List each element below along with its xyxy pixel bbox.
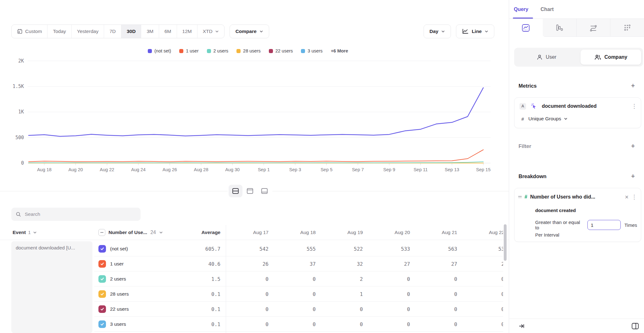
close-icon[interactable]: × — [625, 194, 629, 200]
split-view-icon[interactable] — [631, 323, 639, 330]
collapse-panel-icon[interactable] — [519, 323, 525, 329]
legend-item[interactable]: (not set) — [148, 48, 171, 53]
range-option-label: Custom — [25, 29, 42, 34]
flow-chart-type-button[interactable] — [576, 19, 610, 37]
compare-button[interactable]: Compare — [230, 25, 269, 38]
range-option-30d[interactable]: 30D — [121, 25, 141, 38]
filter-heading: Filter — [519, 143, 531, 149]
event-column-header[interactable]: Event 1 — [13, 225, 37, 240]
range-option-xtd[interactable]: XTD — [197, 25, 224, 38]
measure-dropdown[interactable]: Unique Groups — [528, 116, 567, 122]
chart-toolbar: CustomTodayYesterday7D30D3M6M12MXTD Comp… — [0, 25, 509, 38]
event-count: 1 — [28, 230, 31, 235]
value-cell: 0 — [320, 302, 367, 317]
bar-chart-type-button[interactable] — [543, 19, 576, 37]
drag-handle-icon[interactable] — [518, 196, 522, 198]
vertical-scrollbar[interactable] — [504, 224, 507, 261]
calendar-icon — [17, 29, 23, 34]
search-input[interactable] — [25, 211, 136, 217]
range-option-custom[interactable]: Custom — [12, 25, 47, 38]
select-all-checkbox[interactable] — [98, 229, 105, 236]
add-breakdown-button[interactable]: + — [629, 172, 637, 180]
add-filter-button[interactable]: + — [629, 142, 637, 150]
times-unit-label: Times — [625, 222, 637, 228]
range-option-label: 3M — [147, 29, 153, 34]
check-icon — [100, 307, 104, 311]
add-metric-button[interactable]: + — [629, 82, 637, 90]
per-interval-label[interactable]: Per Interval — [535, 232, 559, 237]
value-cell: 27 — [367, 256, 414, 271]
svg-text:Sep 3: Sep 3 — [289, 167, 301, 172]
value-cell: 26 — [226, 256, 273, 271]
table-row[interactable]: 1 user40.626373227272 — [0, 256, 509, 271]
series-checkbox[interactable] — [98, 275, 106, 283]
check-icon — [100, 322, 104, 326]
value-cell: 0 — [273, 317, 320, 332]
series-checkbox[interactable] — [98, 320, 106, 328]
legend-label: (not set) — [154, 48, 171, 53]
table-bottom-view-button[interactable] — [258, 185, 271, 197]
company-toggle-option[interactable]: Company — [580, 50, 641, 65]
legend-swatch — [301, 49, 305, 53]
chevron-down-icon — [159, 231, 163, 234]
search-box — [11, 208, 141, 221]
value-cell: 1 — [320, 287, 367, 302]
chevron-down-icon — [259, 30, 263, 33]
split-view-button[interactable] — [229, 185, 242, 197]
range-option-3m[interactable]: 3M — [141, 25, 159, 38]
table-row[interactable]: 2 users1.5002000 — [0, 271, 509, 287]
tab-query[interactable]: Query — [514, 0, 528, 19]
range-option-today[interactable]: Today — [47, 25, 71, 38]
line-chart-type-button[interactable] — [509, 19, 543, 37]
value-cell: 0 — [320, 317, 367, 332]
value-cell: 0 — [273, 302, 320, 317]
tab-chart[interactable]: Chart — [541, 0, 554, 19]
table-row[interactable]: 28 users0.1001000 — [0, 287, 509, 302]
legend-label: 1 user — [186, 48, 198, 53]
query-panel: Query Chart User Company Metrics + A — [509, 0, 644, 333]
interval-dropdown[interactable]: Day — [424, 25, 451, 38]
legend-swatch — [179, 49, 183, 53]
legend-more-button[interactable]: +6 More — [331, 48, 348, 53]
breakdown-condition-label[interactable]: Greater than or equal to — [535, 220, 584, 230]
legend-item[interactable]: 2 users — [207, 48, 229, 53]
legend-item[interactable]: 3 users — [301, 48, 323, 53]
breakdown-menu-icon[interactable]: ⋮ — [631, 194, 637, 200]
legend-item[interactable]: 22 users — [269, 48, 293, 53]
metric-event-name[interactable]: document downloaded — [542, 103, 627, 109]
table-row[interactable]: 3 users0.1000000 — [0, 317, 509, 332]
value-cell: 522 — [320, 241, 367, 256]
value-cell: 0 — [273, 271, 320, 287]
breakdown-event-name[interactable]: document created — [535, 208, 576, 213]
times-value-input[interactable] — [587, 220, 621, 230]
date-range-group: CustomTodayYesterday7D30D3M6M12MXTD — [11, 25, 225, 38]
dots-grid-type-button[interactable] — [610, 19, 644, 37]
average-cell: 605.7 — [175, 241, 220, 256]
active-tab-indicator — [513, 18, 533, 19]
value-cell: 0 — [273, 287, 320, 302]
range-option-6m[interactable]: 6M — [159, 25, 177, 38]
range-option-7d[interactable]: 7D — [104, 25, 121, 38]
series-column-label[interactable]: Number of Use... — [108, 230, 147, 235]
metric-menu-icon[interactable]: ⋮ — [631, 103, 637, 109]
chart-type-dropdown[interactable]: Line — [456, 25, 494, 38]
breakdown-title[interactable]: Number of Users who did... — [530, 194, 622, 200]
table-row[interactable]: (not set)605.754255552253356353 — [0, 241, 509, 256]
average-column-header: Average — [201, 230, 220, 235]
svg-text:Aug 18: Aug 18 — [37, 167, 52, 172]
series-checkbox[interactable] — [98, 290, 106, 298]
average-cell: 0.1 — [175, 302, 220, 317]
range-option-12m[interactable]: 12M — [177, 25, 197, 38]
legend-item[interactable]: 28 users — [236, 48, 261, 53]
series-checkbox[interactable] — [98, 260, 106, 268]
user-toggle-option[interactable]: User — [516, 50, 577, 65]
table-row[interactable]: 22 users0.1000000 — [0, 302, 509, 317]
table-top-view-button[interactable] — [243, 185, 257, 197]
legend-item[interactable]: 1 user — [179, 48, 198, 53]
toolbar-right: Day Line — [424, 25, 494, 38]
series-checkbox[interactable] — [98, 245, 106, 253]
series-checkbox[interactable] — [98, 305, 106, 313]
range-option-yesterday[interactable]: Yesterday — [72, 25, 104, 38]
value-cell: 0 — [414, 302, 462, 317]
chevron-down-icon — [33, 231, 37, 234]
